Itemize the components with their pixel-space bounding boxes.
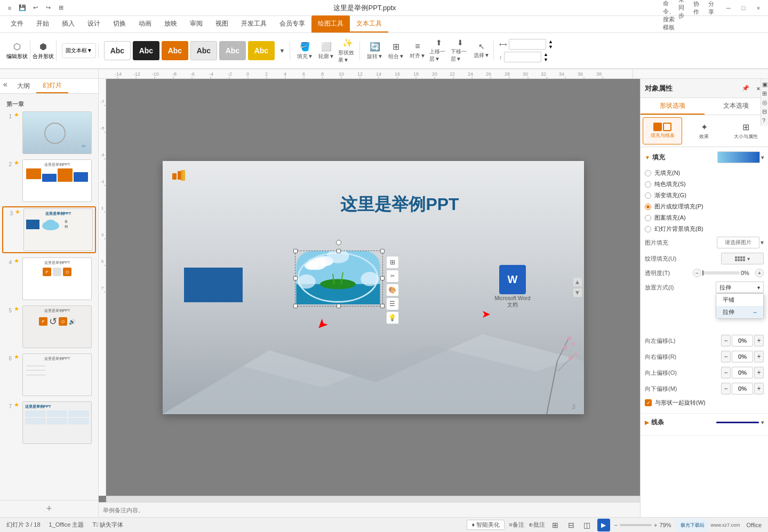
handle-bottom-right[interactable] <box>380 304 385 308</box>
offset-up-decrease[interactable]: − <box>721 367 731 378</box>
edit-shape-btn[interactable]: ⬡ 编辑形状 <box>6 42 28 60</box>
tab-shape-options[interactable]: 形状选项 <box>641 98 705 115</box>
offset-down-increase[interactable]: + <box>754 383 764 394</box>
float-btn-bulb[interactable]: 💡 <box>386 311 399 324</box>
offset-down-decrease[interactable]: − <box>721 383 731 394</box>
height-down[interactable]: ▼ <box>543 57 548 62</box>
float-btn-arrange[interactable]: ☰ <box>386 297 399 310</box>
merge-shape-btn[interactable]: ⬢ 合并形状 <box>33 42 54 60</box>
move-down-btn[interactable]: ⬇ 下移一层▼ <box>451 41 470 60</box>
handle-top-left[interactable] <box>293 249 298 253</box>
offset-right-decrease[interactable]: − <box>721 351 731 362</box>
float-btn-layers[interactable]: ⊞ <box>386 256 399 269</box>
sync-btn[interactable]: 未同步 <box>678 3 689 13</box>
panel-pin-btn[interactable]: 📌 <box>740 83 751 94</box>
search-icon[interactable]: 🔍 查找命令、搜索模板 <box>663 3 674 13</box>
offset-right-increase[interactable]: + <box>754 351 764 362</box>
transparency-slider[interactable] <box>702 271 740 275</box>
view-normal-btn[interactable]: ⊞ <box>549 519 561 531</box>
maximize-btn[interactable]: □ <box>738 3 749 13</box>
handle-mid-left[interactable] <box>293 276 298 280</box>
handle-top-right[interactable] <box>380 249 385 253</box>
handle-bottom-mid[interactable] <box>337 304 341 308</box>
slide-item-3[interactable]: 3 ★ 这里是举例PPT <box>2 206 96 253</box>
float-btn-crop[interactable]: ✂ <box>386 270 399 283</box>
slide-item-4[interactable]: 4 ★ 这里是举例PPT P O <box>2 256 96 301</box>
panel-tab-outline[interactable]: 大纲 <box>11 79 36 93</box>
subtab-fill-line[interactable]: 填充与线条 <box>643 117 682 144</box>
subtab-size-props[interactable]: ⊞ 大小与属性 <box>726 117 766 144</box>
fill-btn[interactable]: 🪣 填充▼ <box>295 41 315 60</box>
handle-bottom-left[interactable] <box>293 304 298 308</box>
width-up[interactable]: ▲ <box>548 39 553 44</box>
placement-option-tile[interactable]: 平铺 <box>716 294 763 306</box>
offset-left-input[interactable] <box>732 335 753 346</box>
handle-mid-right[interactable] <box>380 276 385 280</box>
width-down[interactable]: ▼ <box>548 44 553 50</box>
radio-bg-fill[interactable]: 幻灯片背景填充(B) <box>645 223 764 235</box>
move-up-btn[interactable]: ⬆ 上移一层▼ <box>429 41 449 60</box>
height-up[interactable]: ▲ <box>543 52 548 57</box>
transparency-decrease[interactable]: − <box>693 269 701 277</box>
rotate-btn[interactable]: 🔄 旋转▼ <box>365 41 385 60</box>
smart-beautify-btn[interactable]: ♦ 智能美化 <box>467 520 505 530</box>
style-btn-4[interactable]: Abc <box>190 41 217 60</box>
style-btn-2[interactable]: Abc <box>133 41 159 60</box>
collab-btn[interactable]: 协作 <box>693 3 704 13</box>
fill-color-swatch[interactable] <box>717 151 760 163</box>
radio-solid-fill[interactable]: 纯色填充(S) <box>645 179 764 190</box>
rotate-with-shape-row[interactable]: ✓ 与形状一起旋转(W) <box>645 397 764 409</box>
side-icon-3[interactable]: ◎ <box>762 99 767 106</box>
slide-item-1[interactable]: 1 ★ ▭ <box>2 110 96 155</box>
tab-file[interactable]: 文件 <box>4 15 30 33</box>
slide-item-7[interactable]: 7 ★ 这里是举例PPT <box>2 400 96 445</box>
tab-insert[interactable]: 插入 <box>55 15 81 33</box>
style-btn-3[interactable]: Abc <box>162 41 188 60</box>
group-btn[interactable]: ⊞ 组合▼ <box>387 41 406 60</box>
transparency-increase[interactable]: + <box>755 269 764 277</box>
tab-view[interactable]: 视图 <box>209 15 235 33</box>
slide-item-2[interactable]: 2 ★ 这里是举例PPT <box>2 158 96 203</box>
word-doc-icon[interactable]: W Microsoft Word文档 <box>494 265 530 309</box>
radio-pattern-fill[interactable]: 图案填充(A) <box>645 212 764 223</box>
side-icon-2[interactable]: ⊞ <box>762 90 767 97</box>
fixed-text-btn[interactable]: 固文本框▼ <box>62 43 96 58</box>
blue-rectangle[interactable] <box>184 268 243 302</box>
cloud-image-container[interactable]: ⊞ ✂ 🎨 ☰ 💡 <box>295 251 383 307</box>
side-icon-4[interactable]: ⊟ <box>762 108 767 115</box>
line-dropdown-arrow[interactable]: ▾ <box>761 420 764 425</box>
subtab-effects[interactable]: ✦ 效果 <box>684 117 724 144</box>
style-more-btn[interactable]: ▼ <box>277 45 287 56</box>
offset-left-increase[interactable]: + <box>754 335 764 346</box>
image-dropdown-arrow[interactable]: ▾ <box>761 239 764 246</box>
select-btn[interactable]: ↖ 选择▼ <box>472 41 491 60</box>
select-image-btn[interactable]: 请选择图片 <box>717 237 759 248</box>
minimize-btn[interactable]: ─ <box>723 3 734 13</box>
undo-icon[interactable]: ↩ <box>30 3 41 13</box>
zoom-in-btn[interactable]: + <box>654 522 657 528</box>
tab-developer[interactable]: 开发工具 <box>235 15 273 33</box>
play-slideshow-btn[interactable]: ▶ <box>597 519 610 531</box>
zoom-out-btn[interactable]: − <box>614 522 618 528</box>
tab-member[interactable]: 会员专享 <box>273 15 311 33</box>
radio-gradient-fill[interactable]: 渐变填充(G) <box>645 190 764 201</box>
tab-design[interactable]: 设计 <box>81 15 107 33</box>
radio-no-fill[interactable]: 无填充(N) <box>645 167 764 179</box>
view-grid-btn[interactable]: ⊟ <box>565 519 577 531</box>
tab-draw-tool[interactable]: 绘图工具 <box>311 15 350 33</box>
offset-down-input[interactable] <box>732 383 753 394</box>
tab-review[interactable]: 审阅 <box>183 15 209 33</box>
texture-select[interactable]: ▾ <box>721 253 764 264</box>
close-btn[interactable]: × <box>753 3 764 13</box>
slide-item-6[interactable]: 6 ★ 这里是举例PPT —————————————————— <box>2 352 96 397</box>
notes-input[interactable] <box>103 507 636 513</box>
zoom-slider[interactable] <box>620 524 652 526</box>
height-input[interactable]: 5.75厘米 <box>504 52 541 62</box>
offset-right-input[interactable] <box>732 351 753 362</box>
expand-icon[interactable]: ⊞ <box>55 3 66 13</box>
offset-up-increase[interactable]: + <box>754 367 764 378</box>
tab-text-tool[interactable]: 文本工具 <box>350 15 388 33</box>
outline-btn[interactable]: ⬜ 轮廓▼ <box>317 41 336 60</box>
comments-btn[interactable]: ≡备注 <box>509 521 524 529</box>
scroll-up-btn[interactable]: ▲ <box>573 278 582 286</box>
